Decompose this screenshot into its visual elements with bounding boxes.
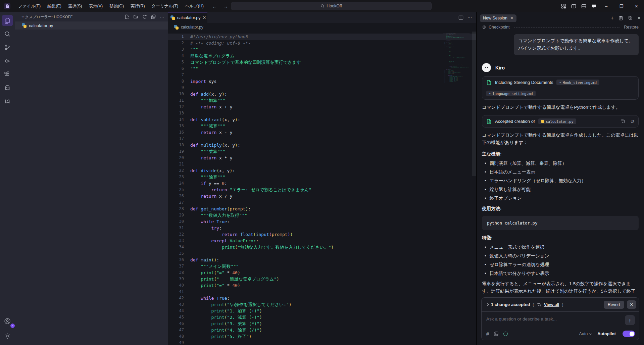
files-icon[interactable] [2, 15, 13, 26]
code-line-36[interactable]: 36def main(): [168, 257, 476, 263]
refresh-icon[interactable] [142, 14, 147, 19]
layout-grid-icon[interactable] [558, 1, 568, 11]
more-icon[interactable]: ⋯ [160, 14, 164, 19]
code-line-47[interactable]: 47 print("4. 除算 (/)") [168, 327, 476, 333]
code-line-45[interactable]: 45 print("2. 減算 (-)") [168, 314, 476, 321]
settings-gear-icon[interactable] [2, 330, 13, 342]
send-button[interactable]: ↑ [625, 315, 635, 325]
code-line-10[interactable]: 10def add(x, y): [168, 91, 476, 97]
code-line-44[interactable]: 44 print("1. 加算 (+)") [168, 308, 476, 314]
code-line-34[interactable]: 34 print("無効な入力です。数値を入力してください。") [168, 244, 476, 250]
code-line-49[interactable]: 49 [443, 82, 470, 83]
diff-icon[interactable] [621, 119, 626, 124]
chip-calculator-py[interactable]: calculator.py [538, 118, 576, 124]
split-editor-icon[interactable] [458, 15, 463, 20]
file-item-calculator-py[interactable]: calculator.py [15, 21, 168, 30]
code-line-49[interactable]: 49 [168, 340, 476, 345]
mode-selector[interactable]: Auto [579, 332, 591, 336]
breadcrumb[interactable]: calculator.py [168, 23, 476, 32]
code-line-6[interactable]: 6""" [168, 65, 476, 72]
code-line-18[interactable]: 18def multiply(x, y): [168, 142, 476, 148]
forward-icon[interactable]: → [223, 3, 228, 9]
task-list-icon[interactable] [618, 16, 623, 20]
menu-item-0[interactable]: ファイル(F) [15, 2, 44, 10]
code-line-8[interactable]: 8import sys [168, 78, 476, 85]
code-line-22[interactable]: 22def divide(x, y): [168, 167, 476, 174]
code-line-42[interactable]: 42 while True: [168, 295, 476, 301]
code-line-43[interactable]: 43 print("\n操作を選択してください:") [168, 301, 476, 308]
account-icon[interactable]: ✓ [2, 315, 13, 327]
chat-bubble-icon[interactable] [589, 1, 599, 11]
code-line-1[interactable]: 1#!/usr/bin/env python3 [168, 34, 476, 40]
chip-language-setting[interactable]: ▾language-setting.md [486, 91, 536, 96]
code-line-13[interactable]: 13 [168, 110, 476, 116]
kiro-hooks-icon[interactable] [2, 95, 13, 107]
collapse-all-icon[interactable] [151, 14, 156, 19]
code-line-48[interactable]: 48 print("5. 終了") [168, 333, 476, 340]
editor-more-icon[interactable]: ⋯ [467, 15, 472, 20]
close-button[interactable]: ✕ [629, 0, 644, 12]
menu-item-1[interactable]: 編集(E) [44, 2, 64, 10]
restore-link[interactable]: Restore [624, 25, 639, 30]
editor-scrollbar[interactable] [472, 32, 476, 345]
undo-icon[interactable]: ↺ [630, 119, 634, 124]
code-line-26[interactable]: 26 return x / y [168, 193, 476, 199]
code-line-9[interactable]: 9 [168, 85, 476, 91]
extensions-icon[interactable] [2, 68, 13, 80]
code-line-30[interactable]: 30 while True: [168, 218, 476, 225]
menu-item-6[interactable]: ターミナル(T) [149, 2, 182, 10]
new-folder-icon[interactable] [133, 14, 138, 19]
code-line-2[interactable]: 2# -*- coding: utf-8 -*- [168, 40, 476, 46]
session-close-icon[interactable]: ✕ [510, 16, 513, 20]
context-hash-icon[interactable]: # [486, 331, 489, 337]
code-line-24[interactable]: 24 if y == 0: [168, 180, 476, 187]
menu-item-3[interactable]: 表示(V) [86, 2, 106, 10]
code-line-41[interactable]: 41 [168, 289, 476, 295]
close-panel-icon[interactable]: ✕ [637, 16, 641, 20]
code-line-32[interactable]: 32 return float(input(prompt)) [168, 231, 476, 238]
history-icon[interactable] [628, 16, 633, 20]
code-line-11[interactable]: 11 """加算""" [168, 97, 476, 104]
code-line-28[interactable]: 28def get_number(prompt): [168, 206, 476, 212]
code-line-40[interactable]: 40 print("=" * 40) [168, 282, 476, 289]
run-debug-icon[interactable] [2, 55, 13, 66]
code-line-15[interactable]: 15 """減算""" [168, 123, 476, 129]
usage-code-block[interactable]: python calculator.py [482, 216, 639, 230]
code-line-38[interactable]: 38 print("=" * 40) [168, 269, 476, 276]
command-search-box[interactable]: HookOff [231, 2, 432, 10]
code-line-14[interactable]: 14def subtract(x, y): [168, 116, 476, 123]
code-line-35[interactable]: 35 [168, 250, 476, 257]
revert-button[interactable]: Revert [604, 301, 624, 309]
expand-changes-icon[interactable] [486, 303, 489, 306]
chat-input[interactable]: Ask a question or describe a task... [486, 315, 625, 322]
attach-image-icon[interactable] [494, 331, 499, 336]
kiro-ghost-icon[interactable] [2, 82, 13, 93]
code-line-23[interactable]: 23 """除算""" [168, 174, 476, 180]
autopilot-toggle[interactable] [623, 331, 635, 337]
toggle-sidebar-icon[interactable] [568, 1, 579, 11]
code-line-19[interactable]: 19 """乗算""" [168, 148, 476, 155]
code-line-34[interactable]: 34 print("無効な入力です。数値を入力してください。") [443, 66, 470, 67]
menu-item-2[interactable]: 選択(S) [65, 2, 85, 10]
dismiss-changes-button[interactable]: ✕ [627, 300, 636, 309]
code-line-27[interactable]: 27 [168, 199, 476, 206]
code-line-31[interactable]: 31 try: [168, 225, 476, 231]
search-icon[interactable] [2, 28, 13, 40]
source-control-icon[interactable] [2, 42, 13, 53]
code-line-5[interactable]: 5コマンドプロンプトで基本的な四則演算を実行できます [168, 59, 476, 65]
code-line-3[interactable]: 3""" [168, 46, 476, 53]
code-line-46[interactable]: 46 print("3. 乗算 (*)") [168, 321, 476, 327]
toggle-panel-icon[interactable] [579, 1, 589, 11]
new-session-icon[interactable]: + [611, 15, 614, 21]
menu-item-5[interactable]: 実行(R) [128, 2, 148, 10]
back-icon[interactable]: ← [212, 3, 217, 9]
new-file-icon[interactable] [125, 14, 129, 19]
minimize-button[interactable]: – [599, 0, 614, 12]
tab-calculator-py[interactable]: calculator.py ✕ [168, 12, 207, 23]
session-tab[interactable]: New Session ✕ [480, 14, 516, 22]
code-editor[interactable]: 1#!/usr/bin/env python32# -*- coding: ut… [168, 32, 476, 345]
code-line-20[interactable]: 20 return x * y [168, 155, 476, 161]
code-line-4[interactable]: 4簡単な電卓プログラム [168, 53, 476, 59]
chip-hook-steering[interactable]: ▾Hook_steering.md [556, 80, 599, 85]
code-line-12[interactable]: 12 return x + y [168, 104, 476, 110]
